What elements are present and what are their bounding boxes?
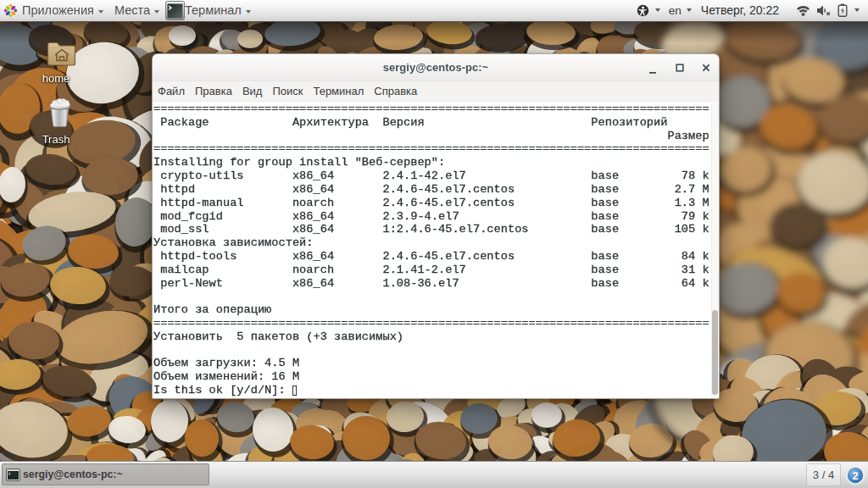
svg-text:2: 2: [852, 469, 858, 482]
